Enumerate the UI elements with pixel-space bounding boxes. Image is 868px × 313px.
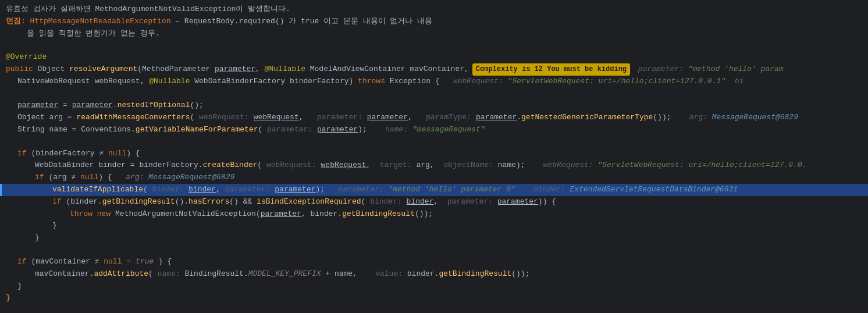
- close-mav: }: [0, 280, 868, 293]
- throw-line: throw new MethodArgumentNotValidExceptio…: [0, 208, 868, 220]
- blank-line-4: [0, 244, 868, 256]
- binder-create-line: WebDataBinder binder = binderFactory . c…: [0, 159, 868, 172]
- warning-line-3: 을 읽을 적절한 변환기가 없는 경우.: [0, 28, 868, 40]
- if-errors-line: if ( binder . getBindingResult (). hasEr…: [0, 196, 868, 208]
- param-assign-line: parameter = parameter . nestedIfOptional…: [0, 99, 868, 112]
- name-assign-line: String name = Conventions . getVariableN…: [0, 124, 868, 136]
- close-method: }: [0, 292, 868, 304]
- close-if-errors: }: [0, 220, 868, 232]
- if-arg-line: if ( arg ≠ null ) { arg: MessageRequest@…: [0, 172, 868, 184]
- method-signature-line2: NativeWebRequest webRequest, @Nullable W…: [0, 76, 868, 88]
- validate-line: validateIfApplicable ( binder: binder , …: [0, 184, 868, 196]
- override-annotation: @Override: [0, 51, 868, 63]
- blank-line-5: [0, 304, 868, 313]
- arg-assign-line: Object arg = readWithMessageConverters (…: [0, 112, 868, 124]
- blank-line-2: [0, 88, 868, 99]
- if-mav-line: if ( mavContainer ≠ null = true ) {: [0, 256, 868, 268]
- complexity-badge: Complexity is 12 You must be kidding: [472, 63, 630, 76]
- mav-add-line: mavContainer . addAttribute ( name: Bind…: [0, 268, 868, 280]
- blank-line: [0, 40, 868, 51]
- warning-line-2: 던짐: HttpMessageNotReadableException – Re…: [0, 16, 868, 28]
- code-editor: 유효성 검사가 실패하면 MethodArgumentNotValidExcep…: [0, 0, 868, 313]
- blank-line-3: [0, 136, 868, 148]
- warning-line-1: 유효성 검사가 실패하면 MethodArgumentNotValidExcep…: [0, 3, 868, 16]
- method-signature-line1: public Object resolveArgument ( MethodPa…: [0, 63, 868, 76]
- if-binder-line: if ( binderFactory ≠ null ) {: [0, 148, 868, 160]
- close-if-arg: }: [0, 232, 868, 244]
